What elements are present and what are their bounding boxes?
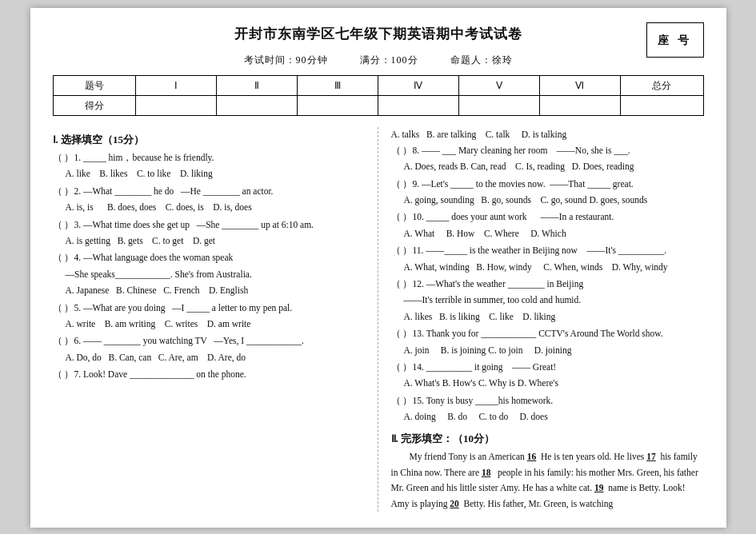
exam-author: 命题人：徐玲 [450, 54, 513, 66]
q9-stem: （ ）9. —Let's _____ to the movies now. ——… [391, 177, 704, 191]
q11-stem: （ ）11. ——_____ is the weather in Beijing… [391, 243, 704, 257]
q5-stem: （ ）5. —What are you doing —I _____ a let… [53, 301, 365, 315]
q5-options: A. write B. am writing C. writes D. am w… [66, 317, 365, 331]
score-table-col-5: Ⅴ [458, 75, 539, 95]
q9-options: A. going, sounding B. go, sounds C. go, … [404, 193, 704, 207]
score-table: 题号 Ⅰ Ⅱ Ⅲ Ⅳ Ⅴ Ⅵ 总分 得分 [53, 75, 704, 116]
q8-stem: （ ）8. —— ___ Mary cleaning her room ——No… [391, 143, 704, 157]
q15-stem: （ ）15. Tony is busy _____his homework. [391, 393, 704, 408]
q3-options: A. is getting B. gets C. to get D. get [66, 233, 365, 248]
q14-options: A. What's B. How's C. Why is D. Where's [404, 376, 704, 390]
q11-options: A. What, winding B. How, windy C. When, … [404, 260, 704, 274]
score-table-label-defen: 得分 [53, 95, 136, 115]
score-table-col-6: Ⅵ [539, 75, 620, 95]
q4-stem-b: —She speaks____________. She's from Aust… [66, 267, 365, 281]
q15-options: A. doing B. do C. to do D. does [404, 409, 704, 424]
q4-stem: （ ）4. —What language does the woman spea… [53, 250, 365, 265]
score-table-col-3: Ⅲ [298, 75, 378, 95]
seat-number-box: 座 号 [646, 22, 704, 58]
q10-stem: （ ）10. _____ does your aunt work ——In a … [391, 209, 704, 224]
score-table-col-1: Ⅰ [136, 75, 217, 95]
seat-number-label: 座 号 [658, 32, 693, 49]
q13-stem: （ ）13. Thank you for ____________ CCTV's… [391, 326, 704, 341]
q12-stem: （ ）12. —What's the weather ________ in B… [391, 277, 704, 291]
right-column: A. talks B. are talking C. talk D. is ta… [378, 127, 704, 512]
q12-stem-b: ——It's terrible in summer, too cold and … [404, 293, 704, 307]
q13-options: A. join B. is joining C. to join D. join… [404, 343, 704, 357]
section2-paragraph: My friend Tony is an American 16 He is t… [391, 449, 704, 512]
q1-stem: （ ）1. _____ him，because he is friendly. [53, 150, 365, 165]
exam-total-score: 满分：100分 [360, 54, 418, 66]
page-title: 开封市东南学区七年级下期英语期中考试试卷 [53, 24, 704, 45]
q6-options: A. Do, do B. Can, can C. Are, am D. Are,… [66, 350, 365, 365]
q12-options: A. likes B. is liking C. like D. liking [404, 309, 704, 324]
q10-options: A. What B. How C. Where D. Which [404, 226, 704, 241]
main-content: Ⅰ. 选择填空（15分） （ ）1. _____ him，because he … [53, 127, 704, 512]
section2-title: Ⅱ. 完形填空：（10分） [391, 431, 704, 447]
exam-meta: 考试时间：90分钟 满分：100分 命题人：徐玲 [53, 53, 704, 67]
q6-stem: （ ）6. —— ________ you watching TV —Yes, … [53, 333, 365, 348]
q4-options: A. Japanese B. Chinese C. French D. Engl… [66, 283, 365, 297]
q3-stem: （ ）3. —What time does she get up —She __… [53, 217, 365, 232]
score-table-label-tihao: 题号 [53, 75, 136, 95]
exam-page: 开封市东南学区七年级下期英语期中考试试卷 座 号 考试时间：90分钟 满分：10… [30, 8, 726, 528]
score-table-col-4: Ⅳ [378, 75, 458, 95]
q1-options: A. like B. likes C. to like D. liking [66, 166, 365, 181]
q7-stem: （ ）7. Look! Dave ______________ on the p… [53, 367, 365, 381]
exam-time: 考试时间：90分钟 [244, 54, 328, 66]
left-column: Ⅰ. 选择填空（15分） （ ）1. _____ him，because he … [53, 127, 378, 512]
q14-stem: （ ）14. __________ it going —— Great! [391, 360, 704, 374]
q2-options: A. is, is B. does, does C. does, is D. i… [66, 200, 365, 214]
q7-options: A. talks B. are talking C. talk D. is ta… [391, 127, 704, 141]
q2-stem: （ ）2. —What ________ he do —He ________ … [53, 184, 365, 198]
section1-title: Ⅰ. 选择填空（15分） [53, 132, 365, 148]
score-table-col-total: 总分 [620, 75, 703, 95]
score-table-col-2: Ⅱ [217, 75, 298, 95]
q8-options: A. Does, reads B. Can, read C. Is, readi… [404, 159, 704, 173]
